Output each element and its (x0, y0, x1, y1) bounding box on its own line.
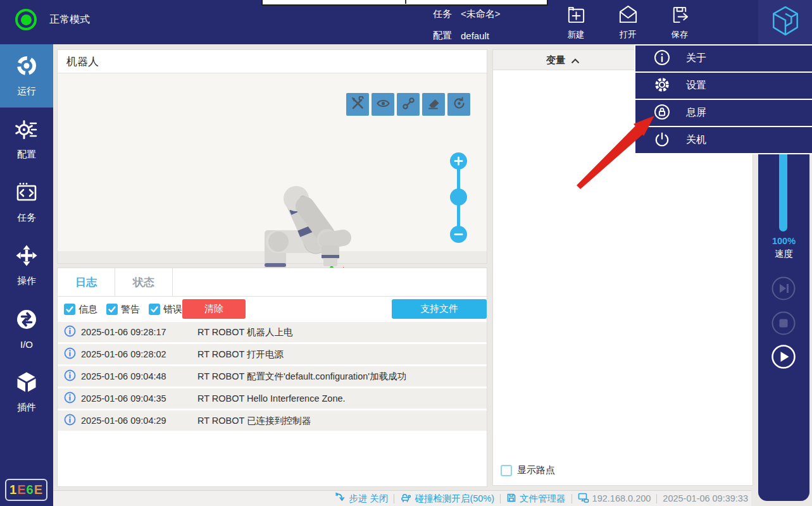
view-tools-button[interactable] (346, 93, 369, 116)
nav-sidebar: 运行 配置 任务 操作 I/O (0, 44, 53, 506)
info-icon (64, 369, 76, 383)
system-clock: 2025-01-06 09:39:33 (663, 493, 748, 503)
step-forward-button[interactable] (771, 276, 796, 301)
checkbox-checked-icon (106, 304, 118, 315)
log-entry-row[interactable]: 2025-01-06 09:04:35 RT ROBOT Hello Inter… (58, 388, 487, 409)
sidebar-item-operate[interactable]: 操作 (0, 234, 53, 297)
task-value: <未命名> (461, 8, 501, 20)
menu-item-shutdown[interactable]: 关机 (635, 127, 812, 153)
sidebar-item-task[interactable]: 任务 (0, 171, 53, 234)
file-manager-link[interactable]: 文件管理器 (506, 493, 566, 505)
new-task-button[interactable]: 新建 (558, 4, 594, 42)
tab-log[interactable]: 日志 (58, 268, 115, 296)
filter-info-checkbox[interactable]: 信息 (64, 304, 97, 316)
network-status[interactable]: 192.168.0.200 (578, 492, 651, 505)
play-button[interactable] (771, 344, 796, 369)
robot-panel-title: 机器人 (58, 50, 487, 73)
view-visibility-button[interactable] (372, 93, 394, 116)
log-time: 2025-01-06 09:04:29 (81, 416, 197, 426)
menu-item-label: 关机 (686, 133, 706, 147)
tab-status[interactable]: 状态 (115, 268, 173, 296)
log-source: RT ROBOT (197, 371, 247, 381)
sidebar-item-label: I/O (20, 339, 33, 350)
gear-icon (653, 76, 671, 96)
app-screen: 正常模式 任务 <未命名> 配置 default 新建 (0, 0, 812, 506)
collision-icon (400, 492, 411, 505)
step-mode-status[interactable]: 步进 关闭 (335, 492, 388, 505)
zoom-in-button[interactable] (450, 152, 467, 170)
step-icon (335, 492, 346, 505)
config-label: 配置 (433, 30, 452, 42)
log-entry-row[interactable]: 2025-01-06 09:04:29 RT ROBOT 已连接到控制器 (58, 410, 487, 431)
brand-logo-tile[interactable] (758, 0, 812, 44)
sidebar-item-plugin[interactable]: 插件 (0, 361, 53, 424)
sidebar-item-run[interactable]: 运行 (0, 44, 53, 108)
filter-label: 错误 (163, 304, 182, 316)
divider (656, 494, 657, 503)
collision-label: 碰撞检测开启(50%) (415, 493, 494, 505)
support-file-button[interactable]: 支持文件 (392, 299, 487, 319)
speed-label: 速度 (758, 248, 809, 260)
show-waypoints-checkbox[interactable]: 显示路点 (501, 464, 555, 476)
log-message: 机器人上电 (247, 326, 293, 338)
view-reset-button[interactable] (447, 93, 470, 116)
log-entry-row[interactable]: 2025-01-06 09:28:02 RT ROBOT 打开电源 (58, 344, 487, 364)
log-source: RT ROBOT (197, 327, 247, 337)
filter-label: 警告 (121, 304, 140, 316)
view-waypoints-button[interactable] (397, 93, 420, 116)
mode-label: 正常模式 (49, 13, 90, 27)
filter-warning-checkbox[interactable]: 警告 (106, 304, 140, 316)
robot-panel: 机器人 (57, 49, 487, 264)
zoom-slider-handle[interactable] (450, 188, 467, 206)
open-task-button[interactable]: 打开 (610, 4, 646, 42)
log-message: 打开电源 (247, 349, 284, 361)
log-message: 已连接到控制器 (247, 415, 311, 427)
badge-char: E (17, 483, 26, 497)
controller-ip: 192.168.0.200 (592, 493, 651, 503)
log-time: 2025-01-06 09:28:17 (81, 327, 197, 337)
save-task-button[interactable]: 保存 (662, 4, 697, 42)
show-waypoints-label: 显示路点 (517, 464, 555, 476)
log-message: 配置文件'default.configuration'加载成功 (247, 371, 406, 383)
log-entry-row[interactable]: 2025-01-06 09:28:17 RT ROBOT 机器人上电 (58, 322, 487, 342)
task-config-summary: 任务 <未命名> 配置 default (433, 6, 501, 49)
zoom-out-button[interactable] (450, 226, 467, 243)
filter-error-checkbox[interactable]: 错误 (149, 304, 182, 316)
topbar-actions: 新建 打开 保存 (558, 4, 697, 42)
sidebar-item-label: 任务 (17, 212, 36, 224)
configure-icon (15, 118, 38, 143)
view-eraser-button[interactable] (422, 93, 445, 116)
divider (572, 494, 572, 503)
save-task-label: 保存 (671, 29, 689, 40)
status-code-badge: 1E6E (5, 479, 47, 501)
log-time: 2025-01-06 09:04:48 (81, 371, 197, 381)
log-source: RT ROBOT (197, 393, 247, 404)
sidebar-item-io[interactable]: I/O (0, 297, 53, 361)
waypoints-icon (401, 96, 416, 113)
robot-3d-viewport[interactable] (58, 73, 487, 263)
sidebar-item-configure[interactable]: 配置 (0, 108, 53, 171)
menu-item-screen-off[interactable]: 息屏 (635, 100, 812, 126)
checkbox-checked-icon (149, 304, 160, 315)
stop-button[interactable] (771, 311, 796, 336)
sidebar-item-label: 操作 (17, 275, 36, 287)
robot-mode-indicator: 正常模式 (15, 9, 90, 30)
menu-item-about[interactable]: 关于 (635, 46, 812, 71)
collision-detection-status[interactable]: 碰撞检测开启(50%) (400, 492, 494, 505)
clear-log-button[interactable]: 清除 (182, 299, 246, 319)
log-tab-bar: 日志 状态 (58, 268, 487, 297)
badge-char: 6 (27, 483, 34, 497)
operate-move-icon (15, 244, 38, 269)
log-panel: 日志 状态 信息 警告 错误 清除 支持文件 2025-01-06 09:28:… (57, 268, 487, 487)
menu-item-label: 息屏 (686, 106, 706, 120)
info-circle-icon (653, 49, 671, 69)
clipped-text-input[interactable] (261, 0, 548, 6)
log-entry-list: 2025-01-06 09:28:17 RT ROBOT 机器人上电 2025-… (58, 322, 487, 433)
info-icon (64, 347, 76, 361)
variables-collapse-toggle[interactable]: 变量 (546, 50, 580, 70)
info-icon (64, 414, 76, 428)
log-time: 2025-01-06 09:28:02 (81, 349, 197, 359)
log-entry-row[interactable]: 2025-01-06 09:04:48 RT ROBOT 配置文件'defaul… (58, 366, 487, 386)
menu-item-settings[interactable]: 设置 (635, 73, 812, 99)
variables-title: 变量 (546, 54, 565, 66)
